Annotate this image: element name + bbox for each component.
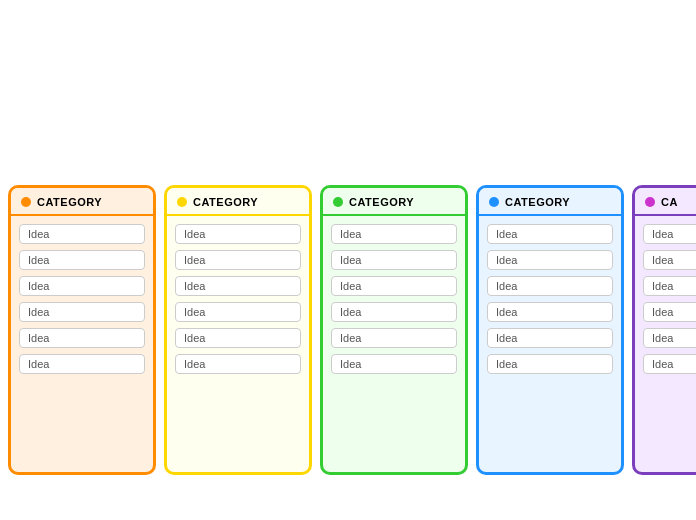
dot-yellow [177, 197, 187, 207]
idea-item[interactable]: Idea [331, 224, 457, 244]
dot-orange [21, 197, 31, 207]
card-body-green: Idea Idea Idea Idea Idea Idea [323, 216, 465, 378]
card-header-purple: CA [635, 188, 696, 216]
idea-item[interactable]: Idea [643, 354, 696, 374]
idea-item[interactable]: Idea [175, 354, 301, 374]
idea-item[interactable]: Idea [331, 250, 457, 270]
dot-purple [645, 197, 655, 207]
idea-item[interactable]: Idea [643, 328, 696, 348]
card-title-green: CATEGORY [349, 196, 414, 208]
idea-item[interactable]: Idea [487, 354, 613, 374]
idea-item[interactable]: Idea [19, 276, 145, 296]
dot-green [333, 197, 343, 207]
idea-item[interactable]: Idea [487, 250, 613, 270]
card-header-blue: CATEGORY [479, 188, 621, 216]
card-body-yellow: Idea Idea Idea Idea Idea Idea [167, 216, 309, 378]
idea-item[interactable]: Idea [487, 328, 613, 348]
idea-item[interactable]: Idea [19, 224, 145, 244]
card-title-yellow: CATEGORY [193, 196, 258, 208]
idea-item[interactable]: Idea [175, 276, 301, 296]
dot-blue [489, 197, 499, 207]
idea-item[interactable]: Idea [19, 302, 145, 322]
idea-item[interactable]: Idea [643, 250, 696, 270]
idea-item[interactable]: Idea [331, 302, 457, 322]
card-header-yellow: CATEGORY [167, 188, 309, 216]
card-body-purple: Idea Idea Idea Idea Idea Idea [635, 216, 696, 378]
idea-item[interactable]: Idea [487, 276, 613, 296]
card-body-blue: Idea Idea Idea Idea Idea Idea [479, 216, 621, 378]
idea-item[interactable]: Idea [19, 250, 145, 270]
idea-item[interactable]: Idea [19, 328, 145, 348]
idea-item[interactable]: Idea [643, 302, 696, 322]
board: CATEGORY Idea Idea Idea Idea Idea Idea C… [8, 185, 696, 475]
idea-item[interactable]: Idea [643, 276, 696, 296]
idea-item[interactable]: Idea [175, 250, 301, 270]
idea-item[interactable]: Idea [487, 224, 613, 244]
idea-item[interactable]: Idea [175, 224, 301, 244]
idea-item[interactable]: Idea [19, 354, 145, 374]
card-title-purple: CA [661, 196, 678, 208]
idea-item[interactable]: Idea [331, 328, 457, 348]
category-card-yellow: CATEGORY Idea Idea Idea Idea Idea Idea [164, 185, 312, 475]
category-card-purple: CA Idea Idea Idea Idea Idea Idea [632, 185, 696, 475]
idea-item[interactable]: Idea [175, 328, 301, 348]
category-card-orange: CATEGORY Idea Idea Idea Idea Idea Idea [8, 185, 156, 475]
idea-item[interactable]: Idea [331, 354, 457, 374]
idea-item[interactable]: Idea [175, 302, 301, 322]
category-card-blue: CATEGORY Idea Idea Idea Idea Idea Idea [476, 185, 624, 475]
idea-item[interactable]: Idea [331, 276, 457, 296]
idea-item[interactable]: Idea [643, 224, 696, 244]
card-header-green: CATEGORY [323, 188, 465, 216]
card-title-orange: CATEGORY [37, 196, 102, 208]
idea-item[interactable]: Idea [487, 302, 613, 322]
card-body-orange: Idea Idea Idea Idea Idea Idea [11, 216, 153, 378]
card-header-orange: CATEGORY [11, 188, 153, 216]
card-title-blue: CATEGORY [505, 196, 570, 208]
category-card-green: CATEGORY Idea Idea Idea Idea Idea Idea [320, 185, 468, 475]
